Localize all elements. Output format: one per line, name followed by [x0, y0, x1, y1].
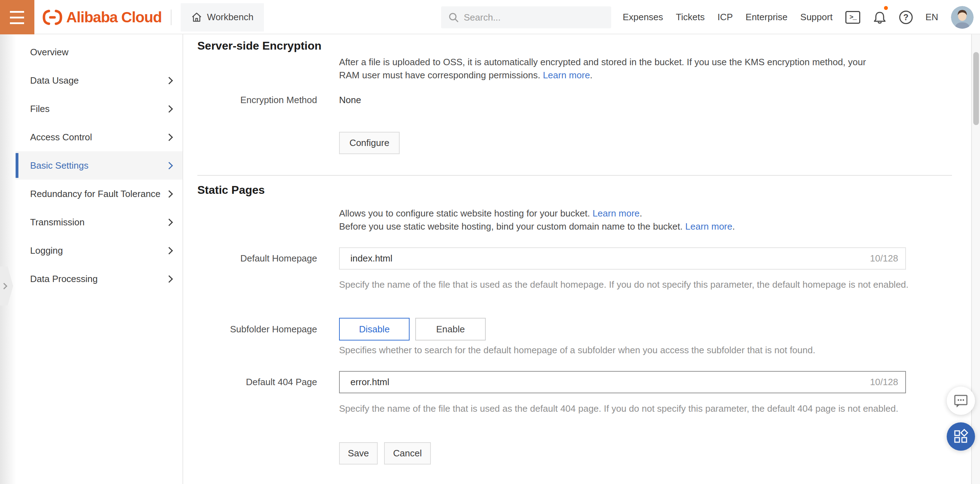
chevron-right-icon: [165, 247, 173, 254]
default-homepage-help: Specify the name of the file that is use…: [339, 278, 959, 291]
chevron-right-icon: [165, 218, 173, 226]
help-icon: ?: [899, 11, 913, 24]
chevron-right-icon: [165, 190, 173, 197]
chevron-right-icon: [165, 133, 173, 141]
sidebar-item-redundancy[interactable]: Redundancy for Fault Tolerance: [0, 180, 183, 208]
search-input[interactable]: [464, 6, 606, 28]
subfolder-homepage-label: Subfolder Homepage: [184, 318, 317, 341]
app-launcher-button[interactable]: [947, 422, 975, 451]
chevron-right-icon: [165, 105, 173, 112]
chat-bubble-icon: [953, 394, 968, 408]
alibaba-cloud-logo[interactable]: Alibaba Cloud: [42, 9, 162, 26]
notifications-button[interactable]: [873, 10, 886, 24]
disable-button[interactable]: Disable: [339, 318, 410, 341]
sidebar-item-logging[interactable]: Logging: [0, 236, 183, 265]
nav-link-expenses[interactable]: Expenses: [622, 12, 663, 23]
default-404-label: Default 404 Page: [184, 371, 317, 393]
default-homepage-input[interactable]: [339, 247, 906, 270]
search-icon: [448, 12, 459, 23]
chevron-right-icon: [165, 275, 173, 282]
alibaba-cloud-console-page: Alibaba Cloud Workbench Expenses Tickets: [0, 0, 980, 484]
terminal-icon: >_: [845, 11, 860, 24]
notification-dot: [884, 6, 888, 10]
sidebar-item-data-processing[interactable]: Data Processing: [0, 265, 183, 293]
default-404-field: 10/128: [339, 371, 906, 393]
default-404-input[interactable]: [339, 371, 906, 393]
subfolder-homepage-help: Specifies whether to search for the defa…: [339, 344, 959, 357]
default-homepage-counter: 10/128: [870, 247, 898, 270]
default-404-help: Specify the name of the file that is use…: [339, 402, 959, 415]
section-divider: [197, 175, 952, 176]
subfolder-homepage-toggle: Disable Enable: [339, 318, 486, 341]
save-button[interactable]: Save: [339, 442, 378, 465]
encryption-description: After a file is uploaded to OSS, it is a…: [339, 56, 959, 82]
workbench-button[interactable]: Workbench: [181, 3, 264, 32]
language-switcher[interactable]: EN: [926, 12, 938, 23]
sidebar-item-overview[interactable]: Overview: [0, 38, 183, 66]
learn-more-link-static-2[interactable]: Learn more: [685, 221, 732, 232]
section-title-static-pages: Static Pages: [197, 183, 265, 197]
bell-icon: [873, 10, 886, 24]
chevron-right-icon: [165, 76, 173, 84]
form-actions: Save Cancel: [339, 442, 431, 465]
chevron-right-icon: [165, 162, 173, 169]
scrollbar-thumb[interactable]: [973, 52, 979, 125]
encryption-method-value: None: [339, 95, 361, 105]
sidebar-item-files[interactable]: Files: [0, 95, 183, 123]
top-navbar: Alibaba Cloud Workbench Expenses Tickets: [0, 0, 980, 34]
section-title-encryption: Server-side Encryption: [197, 39, 321, 53]
encryption-method-label: Encryption Method: [184, 95, 317, 105]
feedback-chat-button[interactable]: [947, 387, 975, 415]
sidebar-item-transmission[interactable]: Transmission: [0, 208, 183, 236]
sidebar-item-access-control[interactable]: Access Control: [0, 123, 183, 151]
learn-more-link-encryption[interactable]: Learn more: [543, 70, 590, 80]
default-homepage-label: Default Homepage: [184, 247, 317, 270]
learn-more-link-static-1[interactable]: Learn more: [592, 208, 640, 219]
configure-button[interactable]: Configure: [339, 132, 400, 154]
page-scrollbar: [971, 34, 980, 484]
help-button[interactable]: ?: [899, 11, 913, 24]
bucket-sidebar: Overview Data Usage Files Access Control…: [0, 34, 183, 484]
alibaba-cloud-brackets-icon: [42, 9, 63, 25]
hamburger-icon: [10, 11, 24, 13]
nav-link-icp[interactable]: ICP: [718, 12, 733, 23]
global-search: [441, 6, 611, 28]
sidebar-item-basic-settings[interactable]: Basic Settings: [0, 151, 183, 180]
static-pages-description: Allows you to configure static website h…: [339, 207, 959, 233]
cancel-button[interactable]: Cancel: [384, 442, 431, 465]
basic-settings-content: Server-side Encryption After a file is u…: [184, 34, 971, 484]
chevron-right-icon: [1, 283, 7, 289]
home-icon: [191, 12, 202, 23]
default-homepage-field: 10/128: [339, 247, 906, 270]
avatar[interactable]: [951, 6, 974, 29]
default-404-counter: 10/128: [870, 371, 898, 393]
sidebar-item-data-usage[interactable]: Data Usage: [0, 66, 183, 95]
workbench-label: Workbench: [207, 12, 253, 23]
app-grid-icon: [953, 428, 969, 445]
cloud-shell-button[interactable]: >_: [845, 11, 860, 24]
brand-name: Alibaba Cloud: [66, 9, 162, 26]
nav-link-support[interactable]: Support: [800, 12, 833, 23]
hamburger-menu-button[interactable]: [0, 0, 34, 34]
enable-button[interactable]: Enable: [415, 318, 486, 341]
nav-link-tickets[interactable]: Tickets: [676, 12, 705, 23]
navbar-right: Expenses Tickets ICP Enterprise Support …: [622, 0, 974, 34]
navbar-left: Alibaba Cloud Workbench: [34, 0, 264, 34]
nav-link-enterprise[interactable]: Enterprise: [745, 12, 788, 23]
navbar-separator: [171, 10, 172, 25]
